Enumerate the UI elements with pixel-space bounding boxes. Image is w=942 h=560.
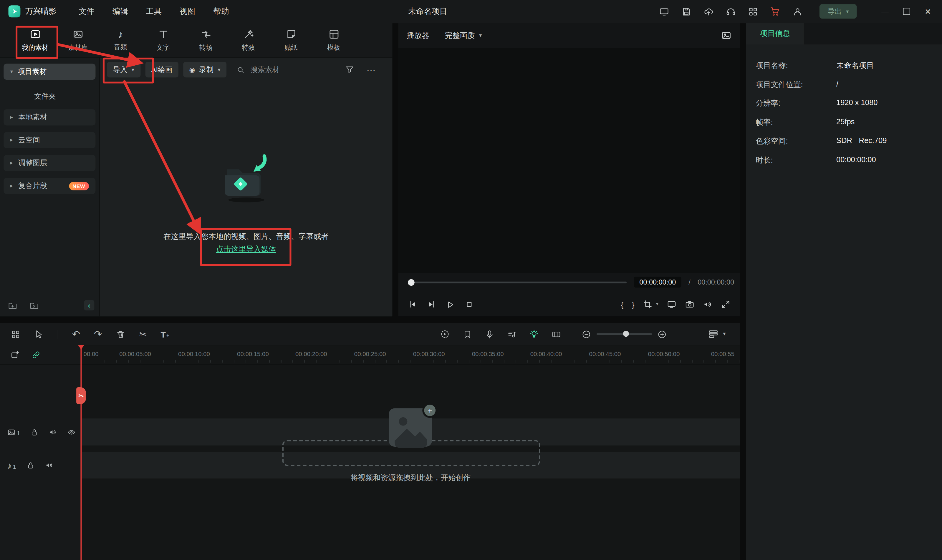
sidebar-item-adjustment-layer[interactable]: ▸ 调整图层 — [3, 155, 96, 171]
marker-flag-icon[interactable] — [463, 329, 472, 339]
lock-icon[interactable] — [30, 428, 39, 436]
mirror-display-icon[interactable] — [667, 300, 677, 309]
volume-icon[interactable] — [703, 300, 712, 309]
save-icon[interactable] — [680, 5, 692, 17]
close-button[interactable]: ✕ — [925, 8, 931, 15]
redo-icon[interactable]: ↷ — [94, 329, 102, 339]
tab-stock-media[interactable]: 素材库 — [57, 23, 99, 57]
play-button[interactable] — [445, 299, 456, 309]
menu-file[interactable]: 文件 — [70, 6, 103, 17]
crop-icon[interactable] — [643, 300, 652, 309]
collapse-sidebar-button[interactable]: ‹ — [84, 300, 94, 311]
ruler-label: 00:00:15:00 — [237, 351, 269, 357]
add-media-plus-badge[interactable]: + — [422, 403, 437, 418]
preview-video-area[interactable] — [398, 48, 740, 273]
tab-label: 转场 — [199, 43, 212, 52]
tab-text[interactable]: 文字 — [142, 23, 184, 57]
snapshot-camera-icon[interactable] — [685, 300, 695, 309]
tab-audio[interactable]: ♪ 音频 — [99, 23, 142, 57]
new-folder-icon[interactable] — [8, 301, 18, 311]
info-label: 时长: — [756, 155, 836, 165]
mute-speaker-icon[interactable] — [49, 428, 57, 436]
ruler-label: 00:00 — [84, 351, 99, 357]
menu-view[interactable]: 视图 — [171, 6, 204, 17]
track-manager[interactable]: ▾ — [709, 323, 726, 345]
mark-out-icon[interactable]: } — [632, 300, 635, 308]
media-tab-row: 我的素材 素材库 ♪ 音频 文字 转场 特效 — [0, 23, 392, 58]
tab-templates[interactable]: 模板 — [313, 23, 355, 57]
video-track-number: 1 — [17, 430, 20, 436]
filter-icon[interactable] — [345, 65, 355, 74]
record-button[interactable]: ◉ 录制 ▾ — [183, 62, 227, 77]
chevron-down-icon[interactable]: ▾ — [656, 302, 658, 307]
sidebar-item-compound-clip[interactable]: ▸ 复合片段 NEW — [3, 178, 96, 194]
search-box[interactable] — [236, 65, 318, 74]
voiceover-mic-icon[interactable] — [485, 329, 495, 339]
film-frame-icon[interactable] — [552, 329, 561, 339]
zoom-slider[interactable] — [597, 334, 652, 335]
text-icon — [157, 28, 169, 40]
tab-transition[interactable]: 转场 — [184, 23, 227, 57]
fullscreen-icon[interactable] — [721, 300, 731, 309]
ai-paint-label: AI绘画 — [151, 65, 172, 75]
split-scissors-icon[interactable]: ✂ — [139, 329, 147, 339]
zoom-in-icon[interactable] — [657, 329, 667, 339]
plugins-grid-icon[interactable] — [747, 5, 759, 17]
mark-in-icon[interactable]: { — [621, 300, 623, 308]
account-icon[interactable] — [791, 5, 803, 17]
tab-effects[interactable]: 特效 — [227, 23, 270, 57]
quality-selector[interactable]: 完整画质 ▾ — [445, 30, 482, 41]
support-headset-icon[interactable] — [725, 5, 737, 17]
playhead[interactable] — [80, 345, 82, 560]
select-tool-icon[interactable] — [34, 329, 44, 339]
mute-speaker-icon[interactable] — [45, 461, 54, 470]
media-panel: 我的素材 素材库 ♪ 音频 文字 转场 特效 — [0, 23, 392, 317]
quick-split-handle[interactable]: ✂ — [76, 387, 86, 404]
link-clips-icon[interactable] — [31, 350, 41, 360]
tab-label: 特效 — [242, 43, 255, 52]
sidebar-item-label: 本地素材 — [18, 112, 47, 123]
zoom-slider-handle[interactable] — [623, 331, 629, 337]
sidebar-item-local-media[interactable]: ▸ 本地素材 — [3, 109, 96, 125]
timeline-ruler[interactable]: 00:00 00:00:05:00 00:00:10:00 00:00:15:0… — [81, 345, 740, 365]
render-preview-icon[interactable] — [439, 329, 450, 339]
sidebar-item-folder[interactable]: 文件夹 — [0, 89, 99, 103]
export-button[interactable]: 导出 ▾ — [820, 4, 857, 18]
stop-button[interactable] — [464, 300, 474, 309]
next-frame-button[interactable] — [427, 300, 436, 309]
enhance-light-icon[interactable] — [529, 329, 539, 339]
video-track-badge: 1 — [7, 428, 20, 436]
display-mode-icon[interactable] — [658, 5, 670, 17]
tab-project-info[interactable]: 项目信息 — [746, 23, 804, 45]
preview-quality-icon[interactable] — [721, 30, 732, 41]
seek-handle[interactable] — [408, 279, 414, 285]
previous-frame-button[interactable] — [408, 300, 418, 309]
lock-icon[interactable] — [26, 461, 35, 470]
hide-eye-icon[interactable] — [68, 428, 76, 436]
sidebar-item-label: 复合片段 — [18, 181, 47, 191]
zoom-out-icon[interactable] — [581, 329, 591, 339]
more-options-icon[interactable]: ⋯ — [367, 65, 376, 74]
cart-icon[interactable] — [769, 5, 781, 17]
minimize-button[interactable]: — — [881, 8, 888, 15]
maximize-button[interactable] — [903, 8, 910, 15]
cloud-upload-icon[interactable] — [702, 5, 714, 17]
menu-tools[interactable]: 工具 — [137, 6, 171, 17]
delete-folder-icon[interactable] — [29, 301, 39, 311]
sidebar-item-project-media[interactable]: ▾ 项目素材 — [3, 63, 96, 80]
new-badge: NEW — [69, 182, 89, 190]
tab-stickers[interactable]: 贴纸 — [270, 23, 313, 57]
record-label: 录制 — [199, 65, 213, 75]
sidebar-item-cloud[interactable]: ▸ 云空间 — [3, 132, 96, 148]
undo-icon[interactable]: ↶ — [72, 329, 80, 339]
seek-bar[interactable] — [408, 282, 627, 283]
add-media-to-timeline-icon[interactable] — [10, 350, 20, 360]
menu-edit[interactable]: 编辑 — [103, 6, 137, 17]
menu-help[interactable]: 帮助 — [204, 6, 238, 17]
delete-icon[interactable] — [116, 329, 125, 339]
audio-mixer-icon[interactable] — [507, 329, 517, 339]
add-text-icon[interactable]: T + — [161, 330, 169, 338]
search-input[interactable] — [250, 65, 318, 74]
panel-layout-icon[interactable] — [11, 329, 21, 339]
info-label: 项目文件位置: — [756, 80, 836, 90]
